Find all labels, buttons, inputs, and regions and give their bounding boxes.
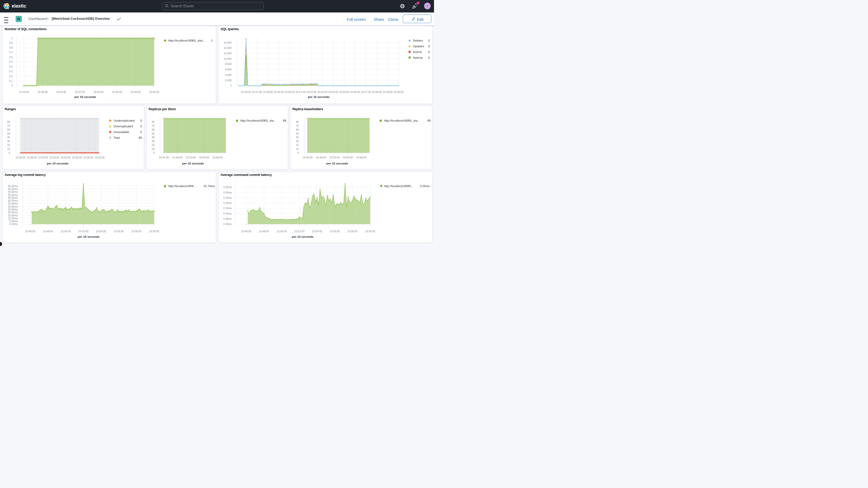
svg-text:40: 40	[296, 136, 299, 139]
svg-text:30.00ms: 30.00ms	[8, 205, 18, 208]
svg-text:50.00ms: 50.00ms	[8, 193, 18, 196]
svg-text:15:46:00: 15:46:00	[303, 156, 313, 159]
svg-text:16:00:00: 16:00:00	[149, 230, 159, 233]
svg-text:0.00ms: 0.00ms	[9, 223, 18, 225]
svg-text:per 10 seconds: per 10 seconds	[182, 162, 204, 165]
svg-text:15:46:00: 15:46:00	[25, 230, 35, 233]
svg-text:0: 0	[8, 152, 10, 154]
svg-text:0.25ms: 0.25ms	[223, 196, 232, 199]
svg-text:6,000: 6,000	[225, 68, 231, 71]
svg-text:2,000: 2,000	[225, 79, 231, 82]
svg-text:15:52:00: 15:52:00	[329, 156, 339, 159]
svg-text:15:53:00: 15:53:00	[317, 91, 327, 94]
svg-text:15:48:00: 15:48:00	[27, 156, 37, 159]
svg-text:15:55:00: 15:55:00	[339, 91, 349, 94]
svg-text:0.6: 0.6	[9, 56, 13, 59]
svg-text:16:00:00: 16:00:00	[149, 91, 159, 94]
svg-text:55.00ms: 55.00ms	[8, 190, 18, 193]
svg-text:0.2: 0.2	[9, 75, 13, 78]
svg-text:16:00:00: 16:00:00	[94, 156, 104, 159]
svg-text:15:50:00: 15:50:00	[61, 230, 71, 233]
svg-text:15:52:00: 15:52:00	[49, 156, 59, 159]
svg-text:15:58:00: 15:58:00	[372, 91, 382, 94]
svg-text:15:58:00: 15:58:00	[83, 156, 93, 159]
svg-text:15.00ms: 15.00ms	[8, 214, 18, 217]
svg-text:15:48:00: 15:48:00	[37, 91, 48, 94]
svg-text:0.30ms: 0.30ms	[223, 191, 232, 194]
svg-text:0.15ms: 0.15ms	[223, 207, 232, 210]
svg-text:15:54:00: 15:54:00	[328, 91, 338, 94]
svg-text:15:54:00: 15:54:00	[93, 91, 103, 94]
svg-text:20: 20	[7, 144, 10, 147]
svg-text:15:58:00: 15:58:00	[131, 230, 142, 233]
svg-text:45.00ms: 45.00ms	[8, 196, 18, 199]
svg-text:per 10 seconds: per 10 seconds	[326, 162, 348, 165]
svg-text:60: 60	[296, 128, 299, 131]
svg-text:0.1: 0.1	[9, 80, 13, 82]
svg-text:per 10 seconds: per 10 seconds	[78, 235, 99, 238]
svg-text:per 10 seconds: per 10 seconds	[308, 95, 330, 98]
svg-text:15:56:00: 15:56:00	[330, 230, 340, 233]
svg-text:20: 20	[296, 144, 299, 147]
svg-text:70: 70	[296, 124, 299, 127]
svg-text:50: 50	[152, 132, 155, 135]
svg-text:10: 10	[7, 148, 10, 150]
svg-text:0: 0	[297, 152, 299, 154]
svg-text:16:00:00: 16:00:00	[394, 91, 404, 94]
svg-text:15:52:00: 15:52:00	[306, 91, 316, 94]
svg-text:4,000: 4,000	[225, 73, 231, 77]
svg-text:0.4: 0.4	[9, 65, 13, 68]
svg-text:15:56:00: 15:56:00	[72, 156, 82, 159]
svg-text:15:54:00: 15:54:00	[96, 230, 106, 233]
svg-text:0: 0	[11, 84, 13, 87]
svg-text:15:54:00: 15:54:00	[61, 156, 71, 159]
svg-text:5.00ms: 5.00ms	[9, 220, 18, 223]
svg-text:15:46:00: 15:46:00	[158, 156, 169, 159]
svg-text:10.00ms: 10.00ms	[8, 217, 18, 220]
svg-text:15:50:00: 15:50:00	[56, 91, 66, 94]
svg-text:0: 0	[153, 152, 155, 154]
svg-text:15:58:00: 15:58:00	[347, 230, 357, 233]
svg-text:15:50:00: 15:50:00	[38, 156, 48, 159]
svg-text:15:54:00: 15:54:00	[312, 230, 322, 233]
svg-text:15:51:00: 15:51:00	[295, 91, 305, 94]
svg-text:10: 10	[296, 148, 299, 150]
svg-text:15:56:00: 15:56:00	[114, 230, 124, 233]
svg-text:15:55:00: 15:55:00	[199, 156, 209, 159]
svg-text:15:49:00: 15:49:00	[316, 156, 326, 159]
svg-text:60: 60	[152, 128, 155, 131]
svg-text:15:50:00: 15:50:00	[277, 230, 287, 233]
svg-text:15:47:00: 15:47:00	[252, 91, 262, 94]
svg-text:0.5: 0.5	[9, 61, 13, 63]
svg-text:8,000: 8,000	[225, 63, 231, 66]
svg-text:15:46:00: 15:46:00	[241, 91, 251, 94]
svg-text:15:46:00: 15:46:00	[19, 91, 29, 94]
svg-text:15:58:00: 15:58:00	[130, 91, 141, 94]
svg-text:20: 20	[152, 144, 155, 147]
svg-text:15:56:00: 15:56:00	[350, 91, 360, 94]
svg-text:15:52:00: 15:52:00	[294, 230, 304, 233]
svg-text:15:52:00: 15:52:00	[74, 91, 85, 94]
svg-text:per 10 seconds: per 10 seconds	[74, 95, 96, 98]
svg-text:35.00ms: 35.00ms	[8, 202, 18, 205]
svg-text:25.00ms: 25.00ms	[8, 208, 18, 211]
svg-text:15:52:00: 15:52:00	[78, 230, 88, 233]
svg-text:15:57:00: 15:57:00	[361, 91, 371, 94]
svg-text:0: 0	[230, 85, 231, 87]
svg-text:15:56:00: 15:56:00	[112, 91, 122, 94]
svg-text:10: 10	[152, 148, 155, 150]
svg-text:15:59:00: 15:59:00	[382, 91, 393, 94]
svg-text:15:52:00: 15:52:00	[186, 156, 196, 159]
svg-text:30: 30	[296, 140, 299, 143]
svg-text:0.8: 0.8	[9, 46, 13, 49]
svg-text:15:48:00: 15:48:00	[263, 91, 273, 94]
svg-text:15:58:00: 15:58:00	[356, 156, 366, 159]
svg-text:15:50:00: 15:50:00	[285, 91, 295, 94]
svg-text:0.05ms: 0.05ms	[223, 217, 232, 220]
svg-text:15:49:00: 15:49:00	[274, 91, 284, 94]
svg-text:30: 30	[7, 140, 10, 143]
svg-text:15:46:00: 15:46:00	[241, 230, 251, 233]
svg-text:0.3: 0.3	[9, 70, 13, 73]
svg-text:per 10 seconds: per 10 seconds	[47, 162, 69, 165]
svg-text:0.7: 0.7	[9, 51, 13, 54]
